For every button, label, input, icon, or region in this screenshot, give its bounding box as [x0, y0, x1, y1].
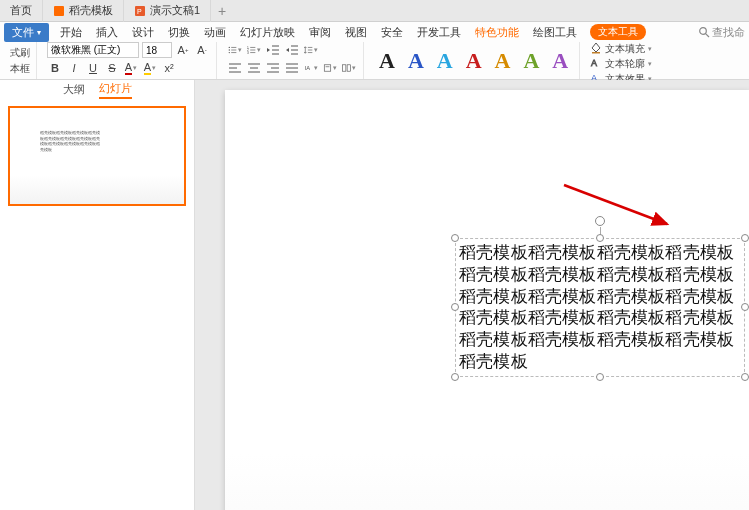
ribbon-clipboard: 式刷 本框: [4, 42, 37, 79]
vertical-align-icon[interactable]: [322, 60, 338, 76]
columns-icon[interactable]: [341, 60, 357, 76]
svg-point-9: [229, 52, 230, 53]
svg-point-5: [229, 47, 230, 48]
svg-rect-39: [324, 65, 330, 71]
increase-font-icon[interactable]: A+: [175, 42, 191, 58]
decrease-font-icon[interactable]: A-: [194, 42, 210, 58]
align-justify-icon[interactable]: [284, 60, 300, 76]
resize-handle-bm[interactable]: [596, 373, 604, 381]
svg-line-4: [706, 34, 709, 37]
resize-handle-tl[interactable]: [451, 234, 459, 242]
search-label[interactable]: 查找命: [712, 25, 745, 40]
italic-icon[interactable]: I: [66, 60, 82, 76]
svg-text:3: 3: [247, 51, 249, 55]
tab-label: 稻壳模板: [69, 3, 113, 18]
wordart-style-7[interactable]: A: [547, 50, 573, 72]
rotate-handle[interactable]: [595, 216, 605, 226]
menu-start[interactable]: 开始: [53, 25, 89, 40]
clipboard-labels: 式刷 本框: [10, 46, 30, 76]
indent-decrease-icon[interactable]: [265, 42, 281, 58]
svg-text:IA: IA: [305, 65, 311, 71]
thumb-text: 稻壳模板稻壳模板稻壳模板稻壳模板稻壳模板稻壳模板稻壳模板稻壳模板稻壳模板稻壳模板…: [40, 130, 100, 152]
wordart-style-4[interactable]: A: [461, 50, 487, 72]
svg-text:P: P: [137, 8, 142, 15]
svg-point-7: [229, 49, 230, 50]
menu-text-tools[interactable]: 文本工具: [590, 24, 646, 40]
resize-handle-rm[interactable]: [741, 303, 749, 311]
wordart-style-3[interactable]: A: [432, 50, 458, 72]
bold-icon[interactable]: B: [47, 60, 63, 76]
indent-increase-icon[interactable]: [284, 42, 300, 58]
menu-insert[interactable]: 插入: [89, 25, 125, 40]
menu-design[interactable]: 设计: [125, 25, 161, 40]
tab-file-template[interactable]: 稻壳模板: [43, 0, 124, 22]
font-size-select[interactable]: [142, 42, 172, 58]
text-outline-button[interactable]: A 文本轮廓▾: [590, 57, 652, 71]
text-fill-button[interactable]: 文本填充▾: [590, 42, 652, 56]
slide-panel: 大纲 幻灯片 稻壳模板稻壳模板稻壳模板稻壳模板稻壳模板稻壳模板稻壳模板稻壳模板稻…: [0, 80, 195, 510]
text-fill-label: 文本填充: [605, 42, 645, 56]
side-tab-outline[interactable]: 大纲: [63, 82, 85, 98]
ppt-icon: P: [134, 5, 146, 17]
wordart-style-2[interactable]: A: [403, 50, 429, 72]
svg-point-3: [700, 28, 707, 35]
menu-drawing-tools[interactable]: 绘图工具: [526, 25, 584, 40]
align-right-icon[interactable]: [265, 60, 281, 76]
resize-handle-br[interactable]: [741, 373, 749, 381]
tab-add[interactable]: +: [211, 3, 233, 19]
wordart-style-1[interactable]: A: [374, 50, 400, 72]
ribbon-text-style: 文本填充▾ A 文本轮廓▾ A 文本效果▾: [584, 42, 658, 79]
textbox-label[interactable]: 本框: [10, 62, 30, 76]
menu-animation[interactable]: 动画: [197, 25, 233, 40]
svg-rect-43: [592, 52, 600, 54]
font-name-select[interactable]: [47, 42, 139, 58]
menu-right: 查找命: [698, 25, 749, 40]
textbox-selection[interactable]: 稻壳模板稻壳模板稻壳模板稻壳模板稻壳模板稻壳模板稻壳模板稻壳模板稻壳模板稻壳模板…: [455, 238, 745, 377]
menu-security[interactable]: 安全: [374, 25, 410, 40]
menu-review[interactable]: 审阅: [302, 25, 338, 40]
resize-handle-tm[interactable]: [596, 234, 604, 242]
text-fill-icon: [590, 42, 602, 56]
tab-label: 演示文稿1: [150, 3, 200, 18]
file-menu[interactable]: 文件: [4, 23, 49, 42]
underline-icon[interactable]: U: [85, 60, 101, 76]
menu-special[interactable]: 特色功能: [468, 25, 526, 40]
bullets-icon[interactable]: [227, 42, 243, 58]
slide-area[interactable]: 稻壳模板稻壳模板稻壳模板稻壳模板稻壳模板稻壳模板稻壳模板稻壳模板稻壳模板稻壳模板…: [195, 80, 749, 510]
numbering-icon[interactable]: 123: [246, 42, 262, 58]
font-color-icon[interactable]: A: [123, 60, 139, 76]
text-outline-icon: A: [590, 57, 602, 71]
textbox-content[interactable]: 稻壳模板稻壳模板稻壳模板稻壳模板稻壳模板稻壳模板稻壳模板稻壳模板稻壳模板稻壳模板…: [455, 238, 745, 377]
highlight-icon[interactable]: A: [142, 60, 158, 76]
tab-file-presentation[interactable]: P 演示文稿1: [124, 0, 211, 22]
menu-slideshow[interactable]: 幻灯片放映: [233, 25, 302, 40]
wordart-style-5[interactable]: A: [490, 50, 516, 72]
align-center-icon[interactable]: [246, 60, 262, 76]
menu-view[interactable]: 视图: [338, 25, 374, 40]
side-tabs: 大纲 幻灯片: [0, 80, 194, 100]
wordart-style-6[interactable]: A: [518, 50, 544, 72]
resize-handle-tr[interactable]: [741, 234, 749, 242]
text-outline-label: 文本轮廓: [605, 57, 645, 71]
strike-icon[interactable]: S: [104, 60, 120, 76]
search-icon: [698, 26, 710, 38]
superscript-icon[interactable]: x²: [161, 60, 177, 76]
tab-home[interactable]: 首页: [0, 0, 43, 22]
svg-rect-42: [347, 65, 350, 71]
slide-thumbnail-1[interactable]: 稻壳模板稻壳模板稻壳模板稻壳模板稻壳模板稻壳模板稻壳模板稻壳模板稻壳模板稻壳模板…: [8, 106, 186, 206]
text-direction-icon[interactable]: IA: [303, 60, 319, 76]
ribbon: 式刷 本框 A+ A- B I U S A A x² 123: [0, 42, 749, 80]
thumb-list: 稻壳模板稻壳模板稻壳模板稻壳模板稻壳模板稻壳模板稻壳模板稻壳模板稻壳模板稻壳模板…: [0, 100, 194, 510]
line-spacing-icon[interactable]: [303, 42, 319, 58]
resize-handle-bl[interactable]: [451, 373, 459, 381]
align-left-icon[interactable]: [227, 60, 243, 76]
workspace: 大纲 幻灯片 稻壳模板稻壳模板稻壳模板稻壳模板稻壳模板稻壳模板稻壳模板稻壳模板稻…: [0, 80, 749, 510]
slide-canvas[interactable]: 稻壳模板稻壳模板稻壳模板稻壳模板稻壳模板稻壳模板稻壳模板稻壳模板稻壳模板稻壳模板…: [225, 90, 749, 510]
side-tab-slides[interactable]: 幻灯片: [99, 81, 132, 99]
format-painter-label[interactable]: 式刷: [10, 46, 30, 60]
svg-rect-41: [343, 65, 346, 71]
menu-transition[interactable]: 切换: [161, 25, 197, 40]
svg-text:A: A: [591, 58, 597, 68]
ribbon-wordart: AAAAAAA: [368, 42, 580, 79]
menu-dev[interactable]: 开发工具: [410, 25, 468, 40]
